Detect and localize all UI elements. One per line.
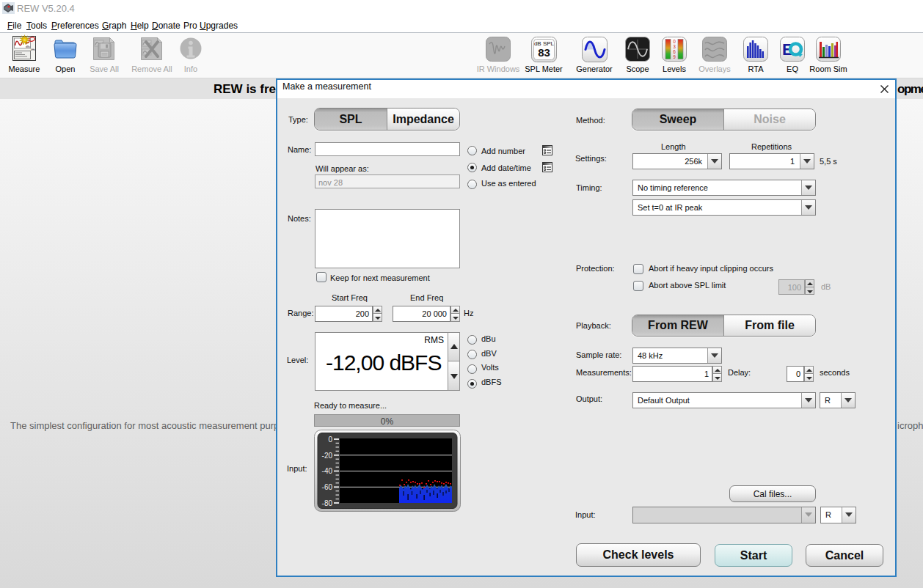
svg-text:3: 3 xyxy=(673,44,676,49)
svg-text:0: 0 xyxy=(673,39,676,44)
svg-text:-80: -80 xyxy=(322,499,333,507)
svg-text:.kHz: .kHz xyxy=(30,48,35,51)
svg-text:6: 6 xyxy=(673,49,676,54)
svg-text:-40: -40 xyxy=(322,467,333,475)
svg-text:83: 83 xyxy=(538,46,550,59)
svg-text:-20: -20 xyxy=(322,452,333,460)
svg-text:-60: -60 xyxy=(322,483,333,491)
svg-text:0: 0 xyxy=(328,436,332,444)
svg-text:9: 9 xyxy=(673,54,676,59)
